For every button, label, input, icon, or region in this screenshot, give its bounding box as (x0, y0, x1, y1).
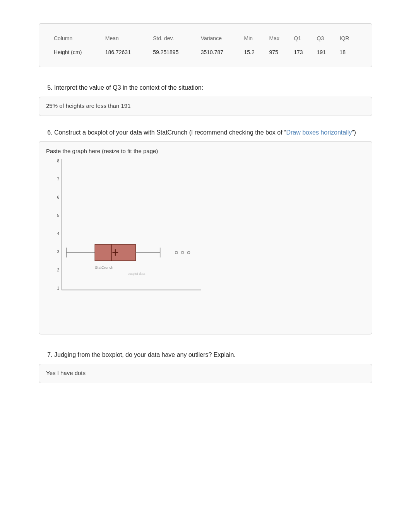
col-column-header: Column (51, 31, 102, 45)
question5-section: Interpret the value of Q3 in the context… (39, 83, 372, 93)
cell-max: 975 (266, 45, 291, 59)
table-header-row: Column Mean Std. dev. Variance Min Max Q… (51, 31, 360, 45)
stats-table: Column Mean Std. dev. Variance Min Max Q… (51, 31, 360, 59)
cell-q1: 173 (291, 45, 313, 59)
y-label-2: 2 (57, 268, 59, 272)
cell-q3: 191 (313, 45, 336, 59)
y-label-3: 3 (57, 250, 59, 254)
cell-iqr: 18 (337, 45, 361, 59)
graph-box[interactable]: Paste the graph here (resize to fit the … (39, 141, 372, 334)
cell-mean: 186.72631 (102, 45, 150, 59)
question5-text: Interpret the value of Q3 in the context… (54, 84, 203, 91)
cell-min: 15.2 (241, 45, 266, 59)
graph-placeholder-label: Paste the graph here (resize to fit the … (46, 148, 365, 154)
col-q3-header: Q3 (313, 31, 336, 45)
y-label-8: 8 (57, 159, 59, 163)
answer5-box[interactable]: 25% of heights are less than 191 (39, 97, 372, 116)
boxplot-svg: StatCrunch boxplot data (62, 159, 201, 297)
question6-text-before: Construct a boxplot of your data with St… (54, 129, 286, 136)
svg-point-9 (181, 251, 183, 254)
col-mean-header: Mean (102, 31, 150, 45)
cell-column: Height (cm) (51, 45, 102, 59)
answer7-box[interactable]: Yes I have dots (39, 364, 372, 383)
svg-text:StatCrunch: StatCrunch (95, 265, 113, 269)
question7-text: Judging from the boxplot, do your data h… (54, 351, 236, 358)
stats-table-container: Column Mean Std. dev. Variance Min Max Q… (39, 23, 372, 67)
svg-point-10 (187, 251, 190, 254)
answer5-text: 25% of heights are less than 191 (46, 102, 130, 109)
col-min-header: Min (241, 31, 266, 45)
col-stddev-header: Std. dev. (150, 31, 197, 45)
y-label-7: 7 (57, 177, 59, 181)
col-q1-header: Q1 (291, 31, 313, 45)
y-label-1: 1 (57, 286, 59, 290)
question6-text-after: ”) (352, 129, 356, 136)
question7-section: Judging from the boxplot, do your data h… (39, 350, 372, 360)
col-variance-header: Variance (198, 31, 241, 45)
cell-variance: 3510.787 (198, 45, 241, 59)
col-max-header: Max (266, 31, 291, 45)
y-label-6: 6 (57, 195, 59, 200)
graph-area: 8 7 6 5 4 3 2 1 (46, 159, 209, 314)
question6-section: Construct a boxplot of your data with St… (39, 128, 372, 138)
y-label-5: 5 (57, 213, 59, 218)
col-iqr-header: IQR (337, 31, 361, 45)
svg-text:boxplot data: boxplot data (127, 272, 145, 276)
svg-point-8 (175, 251, 178, 254)
draw-boxes-link[interactable]: Draw boxes horizontally (286, 129, 352, 136)
cell-stddev: 59.251895 (150, 45, 197, 59)
y-axis-labels: 8 7 6 5 4 3 2 1 (46, 159, 61, 290)
y-label-4: 4 (57, 232, 59, 236)
table-row: Height (cm) 186.72631 59.251895 3510.787… (51, 45, 360, 59)
answer7-text: Yes I have dots (46, 370, 86, 376)
